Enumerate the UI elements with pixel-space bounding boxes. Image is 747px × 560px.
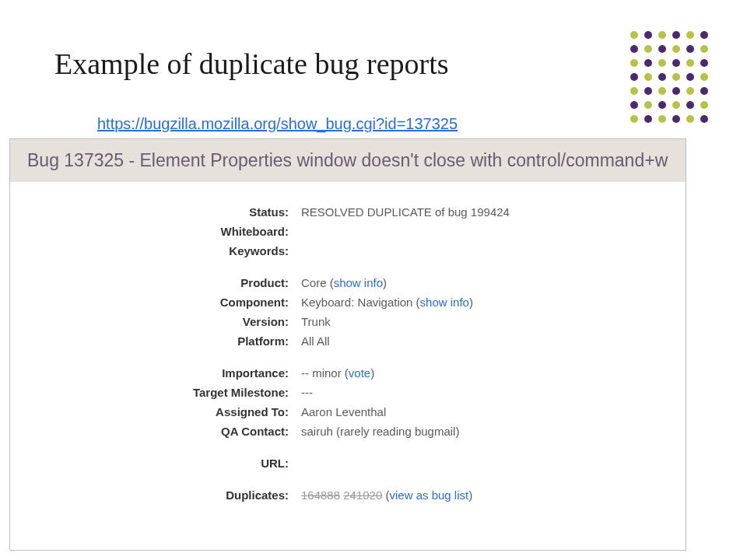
bug-title: Bug 137325 - Element Properties window d… [10,139,686,182]
version-label: Version: [10,315,295,328]
decorative-dot [658,87,666,95]
field-assigned-to: Assigned To: Aaron Leventhal [10,402,686,422]
bug-details: Status: RESOLVED DUPLICATE of bug 199424… [10,182,686,505]
decorative-dot [686,45,694,53]
decorative-dot [644,101,652,109]
bugzilla-screenshot: Bug 137325 - Element Properties window d… [9,138,686,551]
field-duplicates: Duplicates: 164888 241020 (view as bug l… [10,485,686,505]
field-qa-contact: QA Contact: sairuh (rarely reading bugma… [10,422,686,441]
component-text-post: ) [469,296,473,309]
component-value: Keyboard: Navigation (show info) [295,296,686,309]
field-target-milestone: Target Milestone: --- [10,383,686,402]
decorative-dot [658,45,666,53]
decorative-dot [700,115,708,123]
source-url-link[interactable]: https://bugzilla.mozilla.org/show_bug.cg… [97,115,458,133]
decorative-dot [630,59,638,67]
field-status: Status: RESOLVED DUPLICATE of bug 199424 [10,202,686,222]
slide-container: Example of duplicate bug reports https:/… [0,0,747,560]
qa-label: QA Contact: [10,425,295,438]
platform-label: Platform: [10,334,295,348]
decorative-dot [686,73,694,81]
status-label: Status: [10,205,295,219]
decorative-dot [700,87,708,95]
field-whiteboard: Whiteboard: [10,222,686,241]
field-importance: Importance: -- minor (vote) [10,363,686,383]
product-text-post: ) [383,276,387,289]
decorative-dot [658,73,666,81]
decorative-dot [630,115,638,123]
decorative-dot [644,31,652,39]
duplicate-id-1: 164888 [301,488,340,502]
product-label: Product: [10,276,295,289]
component-label: Component: [10,296,295,309]
component-show-info-link[interactable]: show info [420,296,469,309]
decorative-dot [630,101,638,109]
duplicates-label: Duplicates: [10,488,295,502]
product-text: Core ( [301,276,334,289]
decorative-dot [686,101,694,109]
importance-value: -- minor (vote) [295,366,686,380]
duplicate-id-2: 241020 [343,488,382,502]
decorative-dot [700,45,708,53]
decorative-dot [630,31,638,39]
assigned-label: Assigned To: [10,405,295,418]
decorative-dot [672,115,680,123]
version-value: Trunk [295,315,686,328]
decorative-dot [672,59,680,67]
decorative-dot [672,73,680,81]
field-component: Component: Keyboard: Navigation (show in… [10,292,686,312]
decorative-dot [644,59,652,67]
decorative-dot [658,115,666,123]
decorative-dots [630,31,716,136]
qa-value: sairuh (rarely reading bugmail) [295,425,686,438]
decorative-dot [658,31,666,39]
decorative-dot [630,45,638,53]
importance-text: -- minor ( [301,366,349,380]
decorative-dot [644,45,652,53]
keywords-label: Keywords: [10,244,295,257]
decorative-dot [700,101,708,109]
decorative-dot [672,101,680,109]
decorative-dot [644,115,652,123]
field-version: Version: Trunk [10,312,686,331]
decorative-dot [672,87,680,95]
view-as-bug-list-link[interactable]: view as bug list [389,488,468,502]
component-text: Keyboard: Navigation ( [301,296,420,309]
decorative-dot [686,31,694,39]
url-label: URL: [10,457,295,470]
decorative-dot [658,59,666,67]
decorative-dot [630,87,638,95]
product-show-info-link[interactable]: show info [334,276,383,289]
platform-value: All All [295,334,686,348]
decorative-dot [700,31,708,39]
decorative-dot [672,45,680,53]
decorative-dot [644,73,652,81]
decorative-dot [686,87,694,95]
importance-text-post: ) [370,366,374,380]
slide-title: Example of duplicate bug reports [54,47,449,81]
importance-vote-link[interactable]: vote [349,366,370,380]
decorative-dot [686,115,694,123]
field-product: Product: Core (show info) [10,273,686,292]
importance-label: Importance: [10,366,295,380]
decorative-dot [630,73,638,81]
decorative-dot [686,59,694,67]
target-value: --- [295,386,686,399]
decorative-dot [658,101,666,109]
decorative-dot [700,73,708,81]
decorative-dot [672,31,680,39]
duplicates-value: 164888 241020 (view as bug list) [295,488,686,502]
dup-paren-close: ) [468,488,472,502]
assigned-value: Aaron Leventhal [295,405,686,418]
decorative-dot [700,59,708,67]
status-value: RESOLVED DUPLICATE of bug 199424 [295,205,686,219]
target-label: Target Milestone: [10,386,295,399]
field-platform: Platform: All All [10,331,686,351]
field-url: URL: [10,453,686,473]
field-keywords: Keywords: [10,241,686,261]
whiteboard-label: Whiteboard: [10,225,295,238]
decorative-dot [644,87,652,95]
product-value: Core (show info) [295,276,686,289]
